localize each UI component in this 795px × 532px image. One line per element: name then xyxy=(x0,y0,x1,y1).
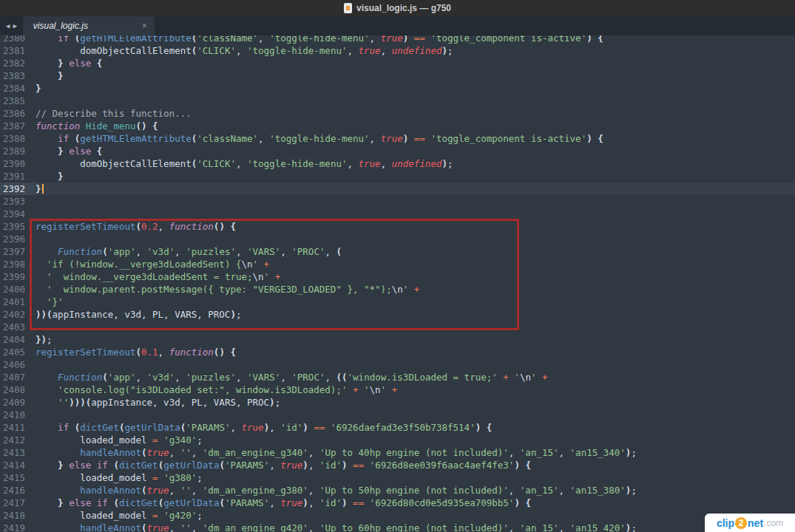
code-line[interactable]: 2392} xyxy=(0,183,795,195)
code-line[interactable]: 2384} xyxy=(0,82,795,95)
line-number: 2394 xyxy=(0,208,35,220)
code-text: registerSetTimeout(0.2, function() { xyxy=(35,220,795,233)
tab-close-icon[interactable]: × xyxy=(142,21,147,31)
line-number: 2414 xyxy=(0,459,35,471)
code-text: } else if (dictGet(getUrlData('PARAMS', … xyxy=(35,459,795,471)
code-text: if (getHTMLElemAttribute('className', 't… xyxy=(35,132,795,145)
code-line[interactable]: 2401 '}' xyxy=(0,296,795,308)
line-number: 2387 xyxy=(0,120,35,132)
code-line[interactable]: 2406 xyxy=(0,358,795,371)
line-number: 2395 xyxy=(0,220,35,233)
line-number: 2417 xyxy=(0,497,35,509)
code-text: loaded_model = 'g340'; xyxy=(35,434,795,446)
code-line[interactable]: 2380 if (getHTMLElemAttribute('className… xyxy=(0,35,795,44)
code-line[interactable]: 2414 } else if (dictGet(getUrlData('PARA… xyxy=(0,459,795,471)
code-text: handleAnnot(true, '', 'dm_an_engine_g340… xyxy=(35,446,795,459)
code-line[interactable]: 2395registerSetTimeout(0.2, function() { xyxy=(0,220,795,233)
code-line[interactable]: 2399 ' window.__verge3dLoadedSent = true… xyxy=(0,270,795,283)
code-line[interactable]: 2398 'if (!window.__verge3dLoadedSent) {… xyxy=(0,258,795,270)
text-cursor xyxy=(42,184,44,194)
line-number: 2385 xyxy=(0,95,35,107)
code-text: } xyxy=(35,183,795,195)
code-line[interactable]: 2385 xyxy=(0,95,795,107)
tab-bar: ◀ ▶ visual_logic.js × xyxy=(0,16,795,35)
tab-label: visual_logic.js xyxy=(33,21,88,31)
code-line[interactable]: 2413 handleAnnot(true, '', 'dm_an_engine… xyxy=(0,446,795,459)
code-line[interactable]: 2400 ' window.parent.postMessage({ type:… xyxy=(0,283,795,296)
code-text xyxy=(35,233,795,245)
line-number: 2402 xyxy=(0,308,35,321)
code-text: }); xyxy=(35,333,795,346)
line-number: 2403 xyxy=(0,321,35,333)
line-number: 2408 xyxy=(0,383,35,396)
line-number: 2397 xyxy=(0,245,35,258)
tab-visual-logic[interactable]: visual_logic.js × xyxy=(23,16,155,35)
code-line[interactable]: 2393 xyxy=(0,195,795,208)
code-text: } else if (dictGet(getUrlData('PARAMS', … xyxy=(35,497,795,509)
code-text: 'console.log("is3DLoaded set:", window.i… xyxy=(35,383,795,396)
code-line[interactable]: 2409 '')))(appInstance, v3d, PL, VARS, P… xyxy=(0,396,795,409)
code-text: if (getHTMLElemAttribute('className', 't… xyxy=(35,35,795,44)
line-number: 2393 xyxy=(0,195,35,208)
code-area: 2380 if (getHTMLElemAttribute('className… xyxy=(0,35,795,532)
line-number: 2396 xyxy=(0,233,35,245)
code-line[interactable]: 2412 loaded_model = 'g340'; xyxy=(0,434,795,446)
line-number: 2381 xyxy=(0,44,35,57)
clip2net-watermark[interactable]: clip 2 net .com xyxy=(705,514,795,532)
code-line[interactable]: 2410 xyxy=(0,409,795,421)
code-line[interactable]: 2419 handleAnnot(true, '', 'dm_an_engine… xyxy=(0,522,795,532)
code-text xyxy=(35,208,795,220)
line-number: 2386 xyxy=(0,107,35,120)
code-text xyxy=(35,321,795,333)
code-line[interactable]: 2417 } else if (dictGet(getUrlData('PARA… xyxy=(0,497,795,509)
code-editor[interactable]: 2380 if (getHTMLElemAttribute('className… xyxy=(0,35,795,532)
line-number: 2415 xyxy=(0,471,35,484)
code-line[interactable]: 2387function Hide_menu() { xyxy=(0,120,795,132)
code-line[interactable]: 2386// Describe this function... xyxy=(0,107,795,120)
back-arrow-icon[interactable]: ◀ xyxy=(6,22,10,30)
line-number: 2382 xyxy=(0,57,35,69)
code-line[interactable]: 2390 domObjectCallElement('CLICK', 'togg… xyxy=(0,157,795,170)
code-line[interactable]: 2415 loaded_model = 'g380'; xyxy=(0,471,795,484)
line-number: 2404 xyxy=(0,333,35,346)
code-line[interactable]: 2418 loaded_model = 'g420'; xyxy=(0,509,795,522)
tab-nav-arrows: ◀ ▶ xyxy=(0,16,23,35)
code-text: ))(appInstance, v3d, PL, VARS, PROC); xyxy=(35,308,795,321)
code-line[interactable]: 2402))(appInstance, v3d, PL, VARS, PROC)… xyxy=(0,308,795,321)
code-line[interactable]: 2383 } xyxy=(0,69,795,82)
code-line[interactable]: 2391 } xyxy=(0,170,795,183)
code-line[interactable]: 2403 xyxy=(0,321,795,333)
code-line[interactable]: 2394 xyxy=(0,208,795,220)
code-line[interactable]: 2396 xyxy=(0,233,795,245)
code-line[interactable]: 2381 domObjectCallElement('CLICK', 'togg… xyxy=(0,44,795,57)
watermark-badge: 2 xyxy=(735,517,747,529)
line-number: 2410 xyxy=(0,409,35,421)
line-number: 2409 xyxy=(0,396,35,409)
line-number: 2391 xyxy=(0,170,35,183)
code-line[interactable]: 2416 handleAnnot(true, '', 'dm_an_engine… xyxy=(0,484,795,497)
line-number: 2383 xyxy=(0,69,35,82)
line-number: 2406 xyxy=(0,358,35,371)
code-line[interactable]: 2388 if (getHTMLElemAttribute('className… xyxy=(0,132,795,145)
code-line[interactable]: 2389 } else { xyxy=(0,145,795,157)
line-number: 2392 xyxy=(0,183,35,195)
code-line[interactable]: 2408 'console.log("is3DLoaded set:", win… xyxy=(0,383,795,396)
code-text: } xyxy=(35,69,795,82)
line-number: 2390 xyxy=(0,157,35,170)
code-line[interactable]: 2404}); xyxy=(0,333,795,346)
code-line[interactable]: 2382 } else { xyxy=(0,57,795,69)
line-number: 2400 xyxy=(0,283,35,296)
code-line[interactable]: 2407 Function('app', 'v3d', 'puzzles', '… xyxy=(0,371,795,383)
watermark-text: .com xyxy=(764,518,783,528)
code-text: } xyxy=(35,82,795,95)
window-title: visual_logic.js — g750 xyxy=(356,3,451,13)
code-line[interactable]: 2411 if (dictGet(getUrlData('PARAMS', tr… xyxy=(0,421,795,434)
code-line[interactable]: 2397 Function('app', 'v3d', 'puzzles', '… xyxy=(0,245,795,258)
line-number: 2389 xyxy=(0,145,35,157)
line-number: 2413 xyxy=(0,446,35,459)
forward-arrow-icon[interactable]: ▶ xyxy=(13,22,16,30)
code-text: ' window.__verge3dLoadedSent = true;\n' … xyxy=(35,270,795,283)
code-line[interactable]: 2405registerSetTimeout(0.1, function() { xyxy=(0,346,795,358)
code-text: registerSetTimeout(0.1, function() { xyxy=(35,346,795,358)
code-text: Function('app', 'v3d', 'puzzles', 'VARS'… xyxy=(35,245,795,258)
